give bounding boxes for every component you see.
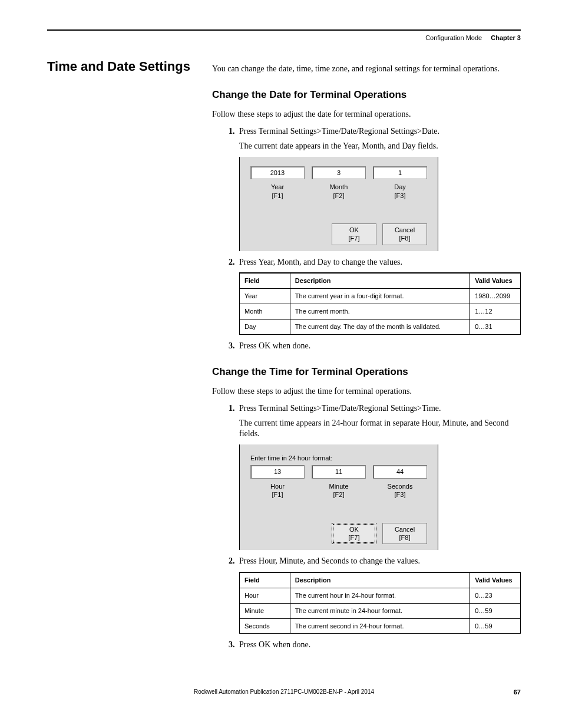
cancel-key: [F8] [399,235,411,242]
time-step2-text: Press Hour, Minute, and Seconds to chang… [239,556,420,565]
header-rule [47,29,521,31]
time-step1-text: Press Terminal Settings>Time/Date/Region… [239,404,441,413]
month-label: Month [330,183,348,190]
intro-text: You can change the date, time, time zone… [212,64,521,75]
th-desc: Description [290,273,470,288]
th-valid: Valid Values [470,273,521,288]
table-row: Seconds The current second in 24-hour fo… [240,618,521,634]
time-heading: Change the Time for Terminal Operations [212,366,521,378]
time-dialog: Enter time in 24 hour format: 13 Hour [F… [239,444,438,550]
table-row: Hour The current hour in 24-hour format.… [240,588,521,603]
year-key: [F1] [272,192,283,199]
hour-field-group: 13 Hour [F1] [250,465,305,499]
time-step-3: Press OK when done. [237,640,521,651]
section-title: Time and Date Settings [47,59,194,74]
year-input[interactable]: 2013 [250,166,305,180]
header-section: Configuration Mode [425,34,482,41]
t-cancel-key: [F8] [399,534,411,541]
th-field: Field [240,273,290,288]
footer-publication: Rockwell Automation Publication 2711PC-U… [47,689,521,695]
ok-label: OK [349,226,359,233]
date-step3-text: Press OK when done. [239,341,310,350]
time-cancel-button[interactable]: Cancel [F8] [382,523,427,545]
t-cancel-label: Cancel [395,526,415,533]
minute-input[interactable]: 11 [312,465,366,479]
cancel-label: Cancel [395,226,415,233]
date-ok-button[interactable]: OK [F7] [332,223,376,245]
time-step1-sub: The current time appears in 24-hour form… [239,418,521,440]
year-label: Year [271,183,284,190]
date-step1-text: Press Terminal Settings>Time/Date/Region… [239,127,439,136]
date-lead: Follow these steps to adjust the date fo… [212,109,521,120]
table-row: Day The current day. The day of the mont… [240,319,521,335]
minute-key: [F2] [333,491,345,498]
minute-field-group: 11 Minute [F2] [312,465,366,499]
seconds-label: Seconds [388,483,413,490]
day-input[interactable]: 1 [373,166,427,180]
time-lead: Follow these steps to adjust the time fo… [212,386,521,397]
seconds-field-group: 44 Seconds [F3] [373,465,427,499]
date-heading: Change the Date for Terminal Operations [212,89,521,101]
month-input[interactable]: 3 [312,166,366,180]
time-step-2: Press Hour, Minute, and Seconds to chang… [237,556,521,634]
minute-label: Minute [329,483,348,490]
time-ok-button[interactable]: OK [F7] [332,523,376,545]
footer-page-number: 67 [514,689,521,696]
date-step1-sub: The current date appears in the Year, Mo… [239,141,521,152]
tth-valid: Valid Values [470,572,521,588]
date-table: Field Description Valid Values Year The … [239,272,521,334]
t-ok-label: OK [349,526,359,533]
time-step3-text: Press OK when done. [239,640,310,649]
month-field-group: 3 Month [F2] [312,166,366,200]
date-cancel-button[interactable]: Cancel [F8] [382,223,427,245]
time-dialog-caption: Enter time in 24 hour format: [250,454,427,463]
table-row: Year The current year in a four-digit fo… [240,289,521,304]
seconds-key: [F3] [395,491,406,498]
table-row: Month The current month. 1…12 [240,304,521,319]
year-field-group: 2013 Year [F1] [250,166,305,200]
month-key: [F2] [333,192,345,199]
header-chapter: Chapter 3 [491,34,521,41]
hour-key: [F1] [272,491,283,498]
tth-desc: Description [290,572,470,588]
page-footer: Rockwell Automation Publication 2711PC-U… [47,689,521,695]
date-step-1: Press Terminal Settings>Time/Date/Region… [237,126,521,251]
day-label: Day [394,183,406,190]
hour-input[interactable]: 13 [250,465,305,479]
day-key: [F3] [395,192,406,199]
table-row: Minute The current minute in 24-hour for… [240,603,521,618]
hour-label: Hour [270,483,285,490]
date-step-2: Press Year, Month, and Day to change the… [237,257,521,335]
seconds-input[interactable]: 44 [373,465,427,479]
date-dialog: 2013 Year [F1] 3 Month [F2] [239,157,438,251]
time-step-1: Press Terminal Settings>Time/Date/Region… [237,403,521,551]
date-step2-text: Press Year, Month, and Day to change the… [239,258,402,266]
day-field-group: 1 Day [F3] [373,166,427,200]
date-step-3: Press OK when done. [237,341,521,352]
tth-field: Field [240,572,290,588]
t-ok-key: [F7] [349,534,360,541]
time-table: Field Description Valid Values Hour The … [239,572,521,634]
ok-key: [F7] [349,235,360,242]
page-header: Configuration Mode Chapter 3 [47,34,521,41]
